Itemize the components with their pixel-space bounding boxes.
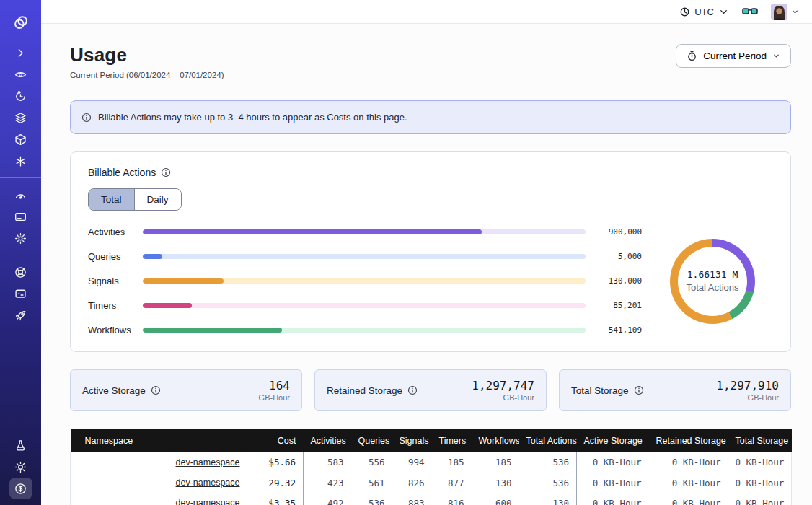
labs-flask-icon [14, 439, 27, 452]
column-header-total-storage: Total Storage [728, 429, 792, 452]
sidebar-item-support-lifebuoy[interactable] [0, 261, 41, 283]
sidebar-item-namespaces[interactable] [0, 63, 41, 85]
active-pill [9, 478, 32, 499]
billing-coin-icon [14, 483, 27, 495]
billable-bar-row: Activities 900,000 [88, 227, 642, 237]
sidebar-item-temporal-logo[interactable] [0, 10, 41, 35]
column-header-signals: Signals [392, 429, 432, 452]
bar-fill [143, 254, 162, 259]
sidebar-item-chevron-right[interactable] [0, 42, 41, 63]
table-cell: 492 [304, 493, 351, 505]
storage-card-value: 1,297,747 [472, 379, 534, 392]
bar-track [143, 278, 586, 284]
table-cell: $3.35 [247, 493, 304, 505]
timezone-label: UTC [694, 6, 714, 17]
sidebar-item-labs-flask[interactable] [0, 434, 41, 456]
getting-started-rocket-icon [14, 309, 27, 322]
period-dropdown-button[interactable]: Current Period [676, 44, 791, 68]
chevron-down-icon [772, 52, 780, 60]
bar-track [143, 229, 586, 234]
billable-actions-title: Billable Actions [88, 167, 773, 178]
column-header-retained-storage: Retained Storage [649, 429, 728, 452]
column-header-activities: Activities [304, 429, 351, 452]
table-cell: 29.32 [247, 473, 304, 493]
column-header-timers: Timers [432, 429, 472, 452]
sidebar-item-theme-sun[interactable] [0, 456, 41, 478]
table-cell: 185 [432, 452, 472, 473]
bar-track [143, 254, 586, 259]
info-icon[interactable] [161, 167, 171, 177]
donut-ring: 1.66131 M Total Actions [670, 239, 755, 324]
timezone-picker[interactable]: UTC [679, 6, 729, 17]
sidebar-item-billing-coin[interactable] [0, 478, 41, 499]
table-cell: 0 KB-Hour [577, 452, 649, 473]
tab-daily[interactable]: Daily [134, 189, 181, 210]
sidebar-item-billing-card[interactable] [0, 206, 41, 227]
namespace-cell: dev-namespace [71, 473, 247, 493]
donut-total-value: 1.66131 M [687, 269, 738, 280]
storage-card-unit: GB-Hour [472, 393, 534, 402]
chevron-down-icon [718, 6, 729, 17]
info-icon[interactable] [407, 385, 418, 395]
tab-total[interactable]: Total [89, 189, 134, 210]
table-cell: 130 [519, 493, 577, 505]
top-bar: UTC [41, 0, 812, 24]
table-cell: 130 [472, 473, 519, 493]
page-header: Usage Current Period (06/01/2024 – 07/01… [70, 44, 791, 79]
content: Usage Current Period (06/01/2024 – 07/01… [41, 24, 812, 505]
sidebar-divider [0, 177, 41, 178]
table-cell: 0 KB-Hour [577, 473, 649, 493]
table-header-row: NamespaceCostActivitiesQueriesSignalsTim… [71, 429, 792, 452]
bar-label: Signals [88, 276, 143, 286]
table-cell: 994 [392, 452, 432, 473]
sidebar-item-deployments[interactable] [0, 128, 41, 150]
sidebar-item-settings-gear[interactable] [0, 227, 41, 249]
sidebar-item-schedules[interactable] [0, 85, 41, 107]
table-cell: 536 [519, 473, 577, 493]
bar-track [143, 303, 586, 308]
billable-bar-chart: Activities 900,000 Queries 5,000 Signals… [88, 227, 652, 335]
billable-actions-card: Billable Actions TotalDaily Activities 9… [70, 152, 791, 352]
namespaces-icon [14, 69, 27, 81]
table-cell: 561 [351, 473, 392, 493]
period-dropdown-label: Current Period [703, 50, 767, 61]
bar-value: 85,201 [586, 301, 642, 310]
storage-summary-row: Active Storage 164 GB-Hour Retained Stor… [70, 369, 791, 411]
bar-fill [143, 229, 482, 234]
donut-total-label: Total Actions [687, 282, 739, 293]
usage-table-wrap: NamespaceCostActivitiesQueriesSignalsTim… [70, 429, 791, 505]
storage-card-total-storage: Total Storage 1,297,910 GB-Hour [559, 369, 791, 411]
storage-card-label: Retained Storage [327, 385, 418, 396]
column-header-queries: Queries [351, 429, 392, 452]
info-icon[interactable] [634, 385, 644, 395]
user-menu[interactable] [771, 4, 799, 20]
sidebar-item-nexus[interactable] [0, 150, 41, 172]
info-icon[interactable] [151, 385, 161, 395]
sidebar-item-usage-gauge[interactable] [0, 184, 41, 206]
table-cell: 826 [392, 473, 432, 493]
table-row: dev-namespace 29.324235618268771305360 K… [71, 473, 792, 493]
storage-card-active-storage: Active Storage 164 GB-Hour [70, 369, 302, 411]
table-cell: 883 [392, 493, 432, 505]
temporal-logo-icon [14, 15, 28, 30]
total-daily-toggle: TotalDaily [88, 188, 182, 211]
billable-bar-row: Signals 130,000 [88, 276, 642, 286]
table-cell: 423 [304, 473, 351, 493]
bar-fill [143, 328, 282, 333]
sidebar-item-layers[interactable] [0, 107, 41, 128]
chevron-right-icon [14, 47, 27, 59]
bar-value: 541,109 [586, 325, 642, 335]
sidebar-item-feedback-monitor[interactable] [0, 283, 41, 304]
bar-value: 900,000 [586, 227, 642, 237]
page-title: Usage [70, 44, 224, 66]
namespace-link[interactable]: dev-namespace [176, 457, 240, 467]
storage-card-value: 1,297,910 [716, 379, 779, 392]
namespace-link[interactable]: dev-namespace [176, 498, 240, 505]
bar-track [143, 328, 586, 333]
namespace-link[interactable]: dev-namespace [176, 478, 240, 488]
donut-center: 1.66131 M Total Actions [670, 239, 755, 324]
assistant-glasses-button[interactable] [742, 6, 758, 17]
storage-card-unit: GB-Hour [259, 393, 290, 402]
sidebar-item-getting-started-rocket[interactable] [0, 304, 41, 326]
table-cell: 600 [472, 493, 519, 505]
